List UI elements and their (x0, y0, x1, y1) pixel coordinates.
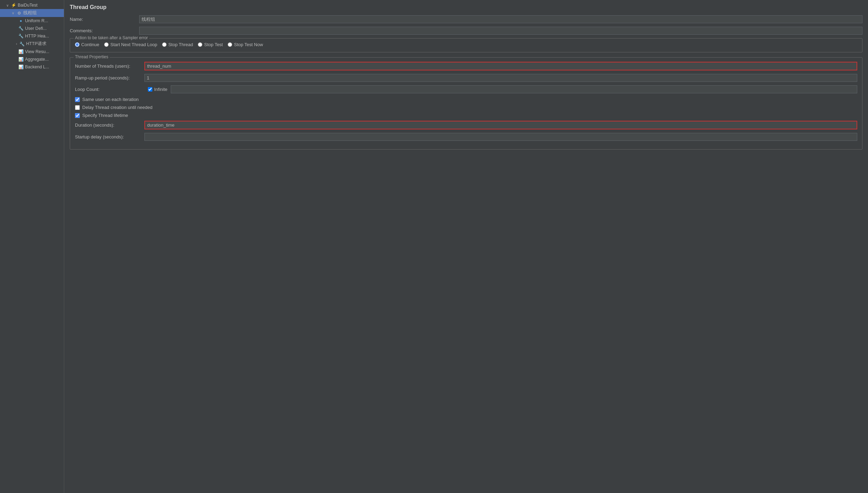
duration-row: Duration (seconds): (75, 121, 857, 129)
duration-label: Duration (seconds): (75, 122, 144, 128)
infinite-label: Infinite (154, 87, 167, 92)
main-content: Thread Group Name: Comments: Action to b… (64, 0, 868, 493)
thread-properties-section: Thread Properties Number of Threads (use… (70, 57, 862, 150)
sidebar-item-backendl[interactable]: 📊 Backend L... (0, 63, 64, 71)
sidebar-item-httphea[interactable]: 🔧 HTTP Hea... (0, 32, 64, 40)
name-label: Name: (70, 17, 139, 22)
specify-lifetime-label: Specify Thread lifetime (82, 113, 128, 118)
sidebar: ∨ ⚡ BaiDuTest ∨ ⚙ 线程组 ● Uniform R... 🔧 U… (0, 0, 64, 493)
sidebar-item-label-userdefi: User Defi... (25, 26, 47, 31)
collapse-arrow-httpreq: › (16, 42, 17, 46)
radio-continue-input[interactable] (75, 42, 79, 47)
sidebar-item-userdefi[interactable]: 🔧 User Defi... (0, 25, 64, 32)
sampler-error-title: Action to be taken after a Sampler error (74, 35, 149, 40)
name-row: Name: (70, 15, 862, 23)
radio-stop-test[interactable]: Stop Test (198, 42, 223, 47)
sidebar-item-label-xianchengzu: 线程组 (23, 10, 37, 16)
specify-lifetime-row: Specify Thread lifetime (75, 113, 857, 118)
ramp-up-label: Ramp-up period (seconds): (75, 75, 144, 80)
comments-input[interactable] (139, 27, 862, 35)
backendl-icon: 📊 (18, 64, 24, 70)
sidebar-item-label-httphea: HTTP Hea... (25, 34, 49, 39)
loop-count-row: Loop Count: Infinite (75, 85, 857, 93)
sidebar-item-viewresu[interactable]: 📊 View Resu... (0, 48, 64, 56)
ramp-up-input[interactable] (144, 74, 857, 82)
httpreq-icon: 🔧 (19, 41, 25, 47)
sampler-radio-group: Continue Start Next Thread Loop Stop Thr… (75, 42, 857, 47)
collapse-arrow-baidutest: ∨ (6, 3, 9, 7)
xianchengzu-icon: ⚙ (16, 10, 22, 16)
baidutest-icon: ⚡ (11, 2, 16, 8)
sidebar-item-label-baidutest: BaiDuTest (18, 3, 37, 8)
radio-start-next-thread-loop-label: Start Next Thread Loop (110, 42, 157, 47)
sidebar-item-httpreq[interactable]: › 🔧 HTTP请求 (0, 40, 64, 48)
delay-thread-checkbox[interactable] (75, 105, 80, 110)
same-user-row: Same user on each iteration (75, 97, 857, 102)
specify-lifetime-checkbox[interactable] (75, 113, 80, 118)
duration-input[interactable] (144, 121, 857, 129)
radio-stop-test-now-label: Stop Test Now (234, 42, 263, 47)
same-user-label: Same user on each iteration (82, 97, 139, 102)
radio-stop-thread-label: Stop Thread (168, 42, 193, 47)
radio-start-next-thread-loop[interactable]: Start Next Thread Loop (104, 42, 157, 47)
num-threads-label: Number of Threads (users): (75, 63, 144, 69)
sidebar-item-label-viewresu: View Resu... (25, 49, 49, 54)
collapse-arrow-xianchengzu: ∨ (12, 11, 14, 15)
loop-count-label: Loop Count: (75, 87, 144, 92)
radio-continue[interactable]: Continue (75, 42, 99, 47)
sidebar-item-label-uniformr: Uniform R... (25, 18, 48, 23)
comments-row: Comments: (70, 27, 862, 35)
sidebar-item-baidutest[interactable]: ∨ ⚡ BaiDuTest (0, 1, 64, 9)
radio-start-next-thread-loop-input[interactable] (104, 42, 109, 47)
sidebar-item-label-aggregate: Aggregate... (25, 57, 49, 62)
comments-label: Comments: (70, 28, 139, 33)
page-title: Thread Group (70, 4, 862, 10)
radio-stop-test-input[interactable] (198, 42, 202, 47)
loop-count-input[interactable] (171, 85, 857, 93)
num-threads-row: Number of Threads (users): (75, 62, 857, 70)
httphea-icon: 🔧 (18, 33, 24, 39)
startup-delay-label: Startup delay (seconds): (75, 134, 144, 139)
name-input[interactable] (139, 15, 862, 23)
num-threads-input[interactable] (144, 62, 857, 70)
infinite-checkbox[interactable] (148, 87, 152, 92)
radio-stop-test-now-input[interactable] (228, 42, 232, 47)
radio-stop-test-now[interactable]: Stop Test Now (228, 42, 263, 47)
sampler-error-section: Action to be taken after a Sampler error… (70, 38, 862, 52)
sidebar-item-label-httpreq: HTTP请求 (26, 41, 47, 47)
radio-continue-label: Continue (81, 42, 99, 47)
startup-delay-input[interactable] (144, 133, 857, 141)
delay-thread-row: Delay Thread creation until needed (75, 105, 857, 110)
sidebar-item-label-backendl: Backend L... (25, 65, 49, 69)
viewresu-icon: 📊 (18, 49, 24, 54)
aggregate-icon: 📊 (18, 57, 24, 62)
sidebar-item-aggregate[interactable]: 📊 Aggregate... (0, 56, 64, 63)
delay-thread-label: Delay Thread creation until needed (82, 105, 152, 110)
radio-stop-thread-input[interactable] (162, 42, 167, 47)
ramp-up-row: Ramp-up period (seconds): (75, 74, 857, 82)
infinite-checkbox-label[interactable]: Infinite (148, 87, 167, 92)
radio-stop-thread[interactable]: Stop Thread (162, 42, 193, 47)
radio-stop-test-label: Stop Test (204, 42, 223, 47)
thread-properties-title: Thread Properties (74, 54, 110, 59)
userdefi-icon: 🔧 (18, 26, 24, 31)
sidebar-item-xianchengzu[interactable]: ∨ ⚙ 线程组 (0, 9, 64, 17)
uniformr-icon: ● (18, 18, 24, 24)
same-user-checkbox[interactable] (75, 97, 80, 102)
startup-delay-row: Startup delay (seconds): (75, 133, 857, 141)
sidebar-item-uniformr[interactable]: ● Uniform R... (0, 17, 64, 25)
